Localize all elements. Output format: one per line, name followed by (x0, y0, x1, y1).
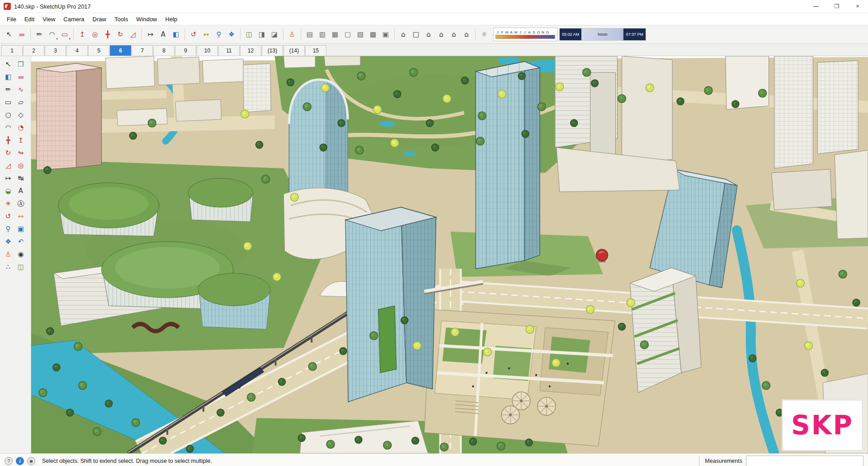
style-shaded-textures-button[interactable]: ▩ (367, 28, 379, 41)
shape-tools-button[interactable]: ▭ ▾ (58, 28, 71, 41)
follow-me-tool-button[interactable]: ↬ (14, 147, 27, 159)
shadow-date-slider[interactable]: J F M A M J J A S O (493, 28, 557, 41)
offset-tool-button[interactable]: ◎ (89, 28, 101, 41)
text-tool-button[interactable]: A (14, 185, 27, 197)
protractor-tool-button[interactable]: ◒ (2, 185, 14, 197)
move-tool-button[interactable]: ╋ (2, 134, 14, 147)
zoom-window-tool-button[interactable]: ▣ (14, 223, 27, 235)
section-cuts-toggle-button[interactable]: ◪ (268, 28, 281, 41)
pan-tool-button[interactable]: ↔ (200, 28, 212, 41)
section-plane-button[interactable]: ◫ (243, 28, 255, 41)
close-button[interactable]: × (847, 0, 868, 13)
shadow-toggle-button[interactable]: ☼ (478, 28, 491, 41)
text-tool-button[interactable]: A (157, 28, 170, 41)
title-bar[interactable]: 140.skp - SketchUp Pro 2017 — ❐ × (0, 0, 868, 13)
menu-file[interactable]: File (3, 14, 20, 24)
style-back-edges-button[interactable]: ▥ (316, 28, 329, 41)
scene-tab-8[interactable]: 8 (153, 45, 175, 56)
zoom-extents-button[interactable]: ❖ (2, 235, 14, 248)
line-tool-button[interactable]: ✏ (33, 28, 46, 41)
rectangle-tool-button[interactable]: ▭ (2, 96, 14, 109)
arc-tool-button[interactable]: ◠ (2, 121, 14, 134)
select-tool-button[interactable]: ↖ (3, 28, 15, 41)
help-info-button[interactable]: i (16, 457, 24, 465)
scene-tab-10[interactable]: 10 (197, 45, 218, 56)
view-iso-button[interactable]: ⌂ (397, 28, 410, 41)
rotate-tool-button[interactable]: ↻ (2, 147, 14, 159)
style-monochrome-button[interactable]: ▣ (379, 28, 392, 41)
position-camera-tool-button[interactable]: ♙ (2, 248, 14, 261)
section-display-toggle-button[interactable]: ◨ (255, 28, 268, 41)
scene-tab-13[interactable]: (13) (262, 45, 283, 56)
scene-tab-12[interactable]: 12 (240, 45, 261, 56)
scene-tab-5[interactable]: 5 (88, 45, 109, 56)
menu-edit[interactable]: Edit (20, 14, 38, 24)
select-tool-button[interactable]: ↖ (2, 58, 14, 71)
paint-bucket-tool-button[interactable]: ◧ (2, 71, 14, 83)
shadow-time-slider[interactable]: 05:02 AM Noon 07:37 PM (559, 28, 646, 41)
arc-tools-button[interactable]: ◠ ▾ (46, 28, 58, 41)
line-tool-button[interactable]: ✏ (2, 83, 14, 96)
walk-tool-button[interactable]: ∴ (2, 261, 14, 273)
menu-window[interactable]: Window (132, 14, 161, 24)
view-back-button[interactable]: ⌂ (448, 28, 460, 41)
view-right-button[interactable]: ⌂ (435, 28, 448, 41)
style-hidden-line-button[interactable]: ▢ (341, 28, 354, 41)
move-tool-button[interactable]: ╋ (101, 28, 114, 41)
account-button[interactable]: ☻ (27, 457, 35, 465)
push-pull-tool-button[interactable]: ↥ (14, 134, 27, 147)
dimension-tool-button[interactable]: ↹ (14, 172, 27, 185)
pie-tool-button[interactable]: ◔ (14, 121, 27, 134)
measurements-input[interactable] (746, 456, 863, 466)
freehand-tool-button[interactable]: ∿ (14, 83, 27, 96)
scene-tab-7[interactable]: 7 (132, 45, 153, 56)
view-top-button[interactable]: □ (410, 28, 422, 41)
style-shaded-button[interactable]: ▧ (354, 28, 367, 41)
circle-tool-button[interactable]: ○ (2, 109, 14, 121)
look-around-tool-button[interactable]: ◉ (14, 248, 27, 261)
previous-view-button[interactable]: ↶ (14, 235, 27, 248)
maximize-button[interactable]: ❐ (826, 0, 847, 13)
zoom-extents-button[interactable]: ❖ (225, 28, 238, 41)
tape-measure-tool-button[interactable]: ↦ (144, 28, 157, 41)
geolocation-status-button[interactable]: ? (5, 457, 13, 465)
model-viewport[interactable]: SKP (31, 56, 868, 453)
style-wireframe-button[interactable]: ▦ (329, 28, 341, 41)
scene-tab-14[interactable]: (14) (283, 45, 305, 56)
scene-tab-1[interactable]: 1 (1, 45, 23, 56)
menu-help[interactable]: Help (161, 14, 182, 24)
section-plane-tool-button[interactable]: ◫ (14, 261, 27, 273)
rotated-rectangle-tool-button[interactable]: ▱ (14, 96, 27, 109)
view-front-button[interactable]: ⌂ (422, 28, 435, 41)
3d-text-tool-button[interactable]: Ⓐ (14, 197, 27, 210)
pan-tool-button[interactable]: ↔ (14, 210, 27, 223)
scene-tab-4[interactable]: 4 (66, 45, 88, 56)
eraser-tool-button[interactable]: ▬ (15, 28, 28, 41)
menu-draw[interactable]: Draw (89, 14, 110, 24)
menu-view[interactable]: View (38, 14, 59, 24)
scene-tab-2[interactable]: 2 (23, 45, 44, 56)
scene-tab-6[interactable]: 6 (110, 45, 131, 56)
tape-measure-tool-button[interactable]: ↦ (2, 172, 14, 185)
style-xray-button[interactable]: ▤ (303, 28, 316, 41)
rotate-tool-button[interactable]: ↻ (114, 28, 127, 41)
paint-bucket-tool-button[interactable]: ◧ (170, 28, 182, 41)
zoom-tool-button[interactable]: ⚲ (2, 223, 14, 235)
eraser-tool-button[interactable]: ▬ (14, 71, 27, 83)
scene-tab-9[interactable]: 9 (175, 45, 196, 56)
view-left-button[interactable]: ⌂ (460, 28, 473, 41)
orbit-tool-button[interactable]: ↺ (2, 210, 14, 223)
menu-camera[interactable]: Camera (59, 14, 88, 24)
date-gradient-bar[interactable] (495, 35, 555, 39)
scene-tab-11[interactable]: 11 (218, 45, 240, 56)
scale-tool-button[interactable]: ◿ (2, 159, 14, 172)
orbit-tool-button[interactable]: ↺ (187, 28, 200, 41)
scale-tool-button[interactable]: ◿ (127, 28, 139, 41)
minimize-button[interactable]: — (806, 0, 826, 13)
polygon-tool-button[interactable]: ◇ (14, 109, 27, 121)
scene-tab-3[interactable]: 3 (45, 45, 66, 56)
make-component-button[interactable]: ❒ (14, 58, 27, 71)
axes-tool-button[interactable]: ✳ (2, 197, 14, 210)
menu-tools[interactable]: Tools (110, 14, 132, 24)
position-camera-tool-button[interactable]: ♙ (286, 28, 298, 41)
